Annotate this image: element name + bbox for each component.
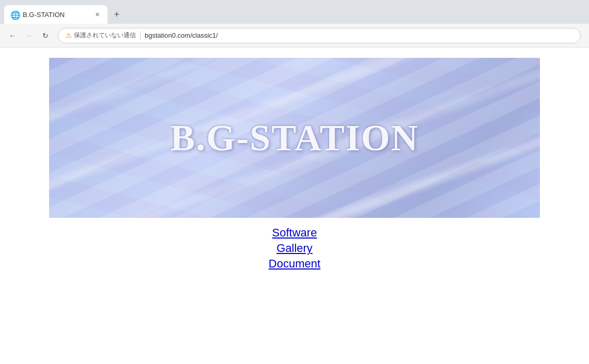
tab-bar: 🌐 B.G-STATION ✕ +: [0, 0, 589, 24]
back-button[interactable]: ←: [5, 28, 20, 43]
tab-close-button[interactable]: ✕: [93, 10, 101, 19]
document-link[interactable]: Document: [269, 257, 320, 271]
security-warning-text: 保護されていない通信: [74, 31, 136, 40]
nav-links: Software Gallery Document: [269, 226, 320, 271]
tab-favicon: 🌐: [10, 10, 19, 19]
new-tab-button[interactable]: +: [110, 7, 124, 22]
site-banner: B.G-STATION: [49, 58, 540, 218]
banner-title: B.G-STATION: [170, 117, 419, 160]
security-warning: ⚠ 保護されていない通信: [66, 31, 136, 40]
reload-button[interactable]: ↻: [38, 28, 53, 43]
page-content: B.G-STATION Software Gallery Document: [0, 48, 589, 364]
forward-button[interactable]: →: [22, 28, 36, 43]
gallery-link[interactable]: Gallery: [276, 242, 313, 255]
active-tab[interactable]: 🌐 B.G-STATION ✕: [4, 5, 107, 24]
tab-title: B.G-STATION: [23, 11, 89, 19]
address-divider: [140, 31, 141, 40]
address-bar[interactable]: ⚠ 保護されていない通信 bgstation0.com/classic1/: [58, 28, 581, 43]
software-link[interactable]: Software: [272, 226, 317, 240]
warning-icon: ⚠: [66, 31, 72, 39]
nav-bar: ← → ↻ ⚠ 保護されていない通信 bgstation0.com/classi…: [0, 24, 589, 48]
browser-chrome: 🌐 B.G-STATION ✕ + ← → ↻ ⚠ 保護されていない通信 bgs…: [0, 0, 589, 48]
url-display: bgstation0.com/classic1/: [145, 31, 218, 39]
